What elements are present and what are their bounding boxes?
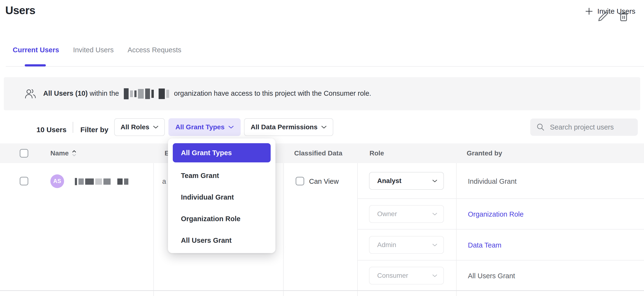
all-roles-label: All Roles bbox=[121, 123, 150, 131]
column-header-name[interactable]: Name bbox=[50, 144, 76, 163]
row-divider bbox=[358, 260, 644, 260]
role-select-value: Consumer bbox=[377, 272, 408, 280]
menu-item-individual-grant[interactable]: Individual Grant bbox=[173, 186, 271, 208]
column-divider bbox=[153, 163, 154, 296]
column-divider bbox=[456, 163, 456, 296]
sort-icon bbox=[72, 150, 76, 157]
granted-by-value: All Users Grant bbox=[468, 272, 515, 280]
row-divider bbox=[358, 229, 644, 230]
row-checkbox[interactable] bbox=[20, 177, 28, 186]
all-grant-types-filter[interactable]: All Grant Types bbox=[168, 118, 241, 136]
granted-by-header-label: Granted by bbox=[467, 150, 502, 157]
users-icon bbox=[24, 88, 36, 99]
banner-text: All Users (10) within the organization h… bbox=[43, 88, 371, 99]
table-header: Name E Classified Data Role Granted by bbox=[0, 144, 644, 163]
chevron-down-icon bbox=[321, 126, 326, 129]
menu-item-all-users-grant[interactable]: All Users Grant bbox=[173, 230, 271, 251]
all-data-permissions-filter[interactable]: All Data Permissions bbox=[244, 118, 333, 136]
banner-actions bbox=[597, 0, 630, 33]
redacted-org-name bbox=[124, 88, 169, 99]
menu-item-team-grant[interactable]: Team Grant bbox=[173, 165, 271, 186]
chevron-down-icon bbox=[432, 180, 437, 182]
user-count: 10 Users bbox=[36, 126, 66, 134]
tab-current-users[interactable]: Current Users bbox=[13, 46, 59, 54]
chevron-down-icon bbox=[228, 126, 234, 129]
edit-button[interactable] bbox=[597, 10, 609, 22]
role-header-label: Role bbox=[370, 150, 384, 157]
role-select-value: Analyst bbox=[377, 177, 402, 185]
delete-button[interactable] bbox=[618, 10, 630, 22]
tab-invited-users[interactable]: Invited Users bbox=[73, 46, 114, 54]
chevron-down-icon bbox=[432, 274, 437, 277]
column-header-role[interactable]: Role bbox=[370, 144, 384, 163]
search-project-users bbox=[530, 118, 638, 136]
row-divider bbox=[358, 198, 644, 199]
toolbar-divider bbox=[73, 122, 73, 133]
column-divider bbox=[357, 163, 358, 296]
banner-end-text: organization have access to this project… bbox=[174, 90, 371, 97]
tab-access-requests[interactable]: Access Requests bbox=[128, 46, 182, 54]
all-users-banner: All Users (10) within the organization h… bbox=[4, 77, 640, 110]
role-select-value: Admin bbox=[377, 241, 396, 249]
can-view-label: Can View bbox=[309, 178, 339, 186]
granted-by-link[interactable]: Organization Role bbox=[468, 210, 524, 218]
all-grant-types-label: All Grant Types bbox=[176, 123, 224, 131]
trash-icon bbox=[618, 12, 629, 22]
email-partial-text: a bbox=[162, 178, 166, 186]
tabs-underline bbox=[6, 66, 644, 67]
all-data-permissions-label: All Data Permissions bbox=[251, 123, 318, 131]
menu-item-organization-role[interactable]: Organization Role bbox=[173, 208, 271, 230]
role-select-admin: Admin bbox=[369, 236, 444, 254]
chevron-down-icon bbox=[153, 126, 158, 129]
role-select-value: Owner bbox=[377, 210, 397, 218]
filter-by-label: Filter by bbox=[80, 126, 108, 134]
granted-by-link[interactable]: Data Team bbox=[468, 241, 502, 249]
banner-middle-text: within the bbox=[90, 90, 119, 97]
user-row-bottom-divider bbox=[0, 290, 644, 291]
role-select-analyst[interactable]: Analyst bbox=[369, 172, 444, 190]
search-input[interactable] bbox=[550, 123, 640, 131]
grant-types-menu: All Grant Types Team Grant Individual Gr… bbox=[168, 138, 276, 253]
active-tab-indicator bbox=[25, 64, 46, 66]
page-title: Users bbox=[5, 4, 35, 17]
tab-bar: Current Users Invited Users Access Reque… bbox=[13, 46, 182, 54]
redacted-user-name bbox=[75, 178, 128, 185]
column-header-granted-by[interactable]: Granted by bbox=[467, 144, 502, 163]
pencil-icon bbox=[598, 12, 608, 22]
avatar: AS bbox=[50, 174, 64, 188]
column-header-classified-data[interactable]: Classified Data bbox=[294, 144, 342, 163]
search-icon bbox=[536, 123, 545, 131]
role-select-consumer: Consumer bbox=[369, 267, 444, 284]
chevron-down-icon bbox=[432, 244, 437, 246]
users-page: Users Invite Users Current Users Invited… bbox=[0, 0, 644, 296]
select-all-checkbox-cell bbox=[20, 144, 28, 163]
chevron-down-icon bbox=[432, 212, 437, 216]
banner-bold-text: All Users (10) bbox=[43, 90, 88, 97]
can-view-checkbox[interactable] bbox=[296, 177, 304, 186]
select-all-checkbox[interactable] bbox=[20, 149, 28, 158]
plus-icon bbox=[585, 7, 593, 15]
granted-by-value: Individual Grant bbox=[468, 178, 516, 186]
column-divider bbox=[283, 163, 284, 296]
role-select-owner: Owner bbox=[369, 205, 444, 223]
name-header-label: Name bbox=[50, 150, 68, 157]
all-roles-filter[interactable]: All Roles bbox=[114, 118, 165, 136]
classified-data-header-label: Classified Data bbox=[294, 150, 342, 157]
menu-item-all-grant-types[interactable]: All Grant Types bbox=[173, 143, 271, 162]
